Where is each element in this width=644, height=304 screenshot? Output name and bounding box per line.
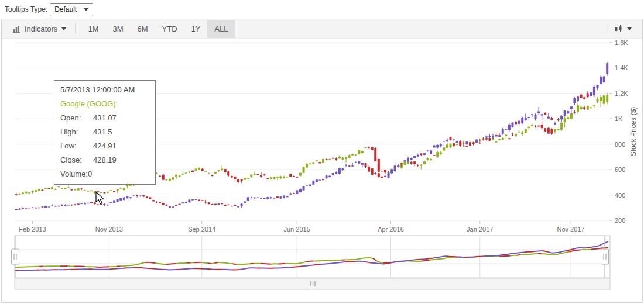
- navigator-line-segment: [415, 261, 419, 262]
- navigator-line-segment: [32, 267, 36, 267]
- navigator-line-segment: [563, 251, 566, 251]
- period-button-ytd[interactable]: YTD: [155, 20, 184, 38]
- candle-body: [77, 203, 80, 205]
- tooltips-type-select[interactable]: Default: [50, 3, 93, 16]
- candle-body: [296, 190, 298, 194]
- candle-body: [142, 195, 145, 196]
- candle-body: [218, 203, 220, 205]
- navigator-line-segment: [436, 259, 440, 260]
- candle-body: [208, 202, 210, 204]
- candle-body: [107, 205, 109, 205]
- candle-body: [603, 95, 605, 104]
- navigator-frame: [15, 236, 610, 278]
- candle-body: [590, 107, 592, 108]
- candle-body: [241, 179, 243, 181]
- candle-body: [368, 167, 370, 172]
- y-axis-label: 1.6K: [615, 39, 628, 46]
- period-button-6m[interactable]: 6M: [131, 20, 155, 38]
- navigator-line-segment: [527, 254, 531, 255]
- period-button-all[interactable]: ALL: [207, 20, 235, 38]
- tooltip-row-value: 431.5: [93, 125, 112, 139]
- navigator-line-segment: [380, 262, 383, 263]
- candle-body: [303, 186, 305, 191]
- candle-body: [341, 168, 344, 170]
- candle-body: [80, 188, 83, 189]
- candle-body: [195, 168, 197, 171]
- candle-body: [368, 147, 370, 148]
- candle-body: [550, 118, 553, 120]
- navigator-line-segment: [152, 268, 155, 269]
- candle-body: [335, 158, 337, 160]
- navigator-line-segment: [461, 257, 464, 258]
- chevron-down-icon: [61, 27, 66, 30]
- navigator-line-segment: [211, 263, 215, 264]
- navigator-line-segment: [475, 257, 478, 257]
- candle-body: [25, 192, 28, 194]
- candle-body: [430, 150, 432, 154]
- candle-body: [149, 197, 151, 199]
- candle-body: [600, 97, 602, 101]
- candle-body: [351, 165, 354, 166]
- candle-body: [593, 105, 595, 106]
- navigator-line-segment: [124, 265, 127, 266]
- candle-body: [103, 204, 105, 205]
- navigator-line-segment: [524, 252, 527, 253]
- period-button-1m[interactable]: 1M: [81, 20, 105, 38]
- candle-body: [129, 197, 132, 198]
- candle-body: [580, 95, 583, 98]
- navigator-line-segment: [109, 269, 113, 270]
- candle-body: [159, 202, 161, 203]
- y-axis-label: 200: [615, 217, 625, 224]
- candle-body: [64, 205, 66, 206]
- candle-body: [374, 148, 376, 161]
- candle-body: [107, 192, 109, 192]
- candle-body: [270, 178, 272, 179]
- candle-body: [162, 175, 165, 180]
- candle-body: [280, 176, 282, 178]
- candle-body: [453, 139, 455, 140]
- x-axis-label: Sep 2014: [188, 226, 215, 233]
- candle-body: [175, 205, 177, 206]
- candle-body: [557, 129, 560, 130]
- candle-body: [537, 112, 540, 113]
- navigator-line-segment: [408, 260, 412, 261]
- candle-body: [221, 169, 223, 171]
- candle-body: [57, 206, 60, 206]
- candle-body: [113, 191, 115, 192]
- candle-body: [133, 196, 135, 196]
- candle-body: [508, 125, 511, 130]
- navigator-line-segment: [117, 268, 120, 269]
- candle-body: [348, 155, 351, 158]
- candle-body: [35, 190, 37, 192]
- tooltip-row-label: Low:: [60, 139, 93, 153]
- candle-body: [361, 163, 364, 164]
- navigator-line-segment: [176, 263, 180, 264]
- tooltip-row-label: Close:: [60, 153, 93, 167]
- x-axis-label: Feb 2013: [19, 226, 46, 233]
- period-button-3m[interactable]: 3M: [105, 20, 130, 38]
- candle-body: [515, 134, 517, 136]
- candle-body: [309, 185, 311, 186]
- period-button-1y[interactable]: 1Y: [184, 20, 208, 38]
- series-type-button[interactable]: [608, 21, 638, 37]
- indicators-button[interactable]: Indicators: [6, 21, 72, 37]
- candle-body: [446, 140, 448, 141]
- candle-body: [159, 176, 161, 177]
- range-navigator[interactable]: [12, 236, 611, 289]
- navigator-line-segment: [306, 261, 310, 262]
- candle-body: [544, 128, 546, 131]
- candle-body: [250, 198, 252, 198]
- navigator-scrollbar-track[interactable]: [15, 278, 610, 289]
- candle-body: [567, 111, 569, 113]
- candle-body: [443, 147, 445, 150]
- candle-body: [181, 174, 184, 174]
- navigator-line-segment: [499, 255, 503, 255]
- candle-body: [596, 99, 598, 101]
- navigator-line-segment: [369, 258, 373, 258]
- navigator-line-segment: [331, 260, 334, 261]
- candle-body: [204, 202, 207, 203]
- navigator-line-segment: [429, 260, 433, 260]
- candle-body: [479, 143, 481, 143]
- navigator-line-segment: [138, 264, 141, 264]
- candle-body: [94, 192, 96, 194]
